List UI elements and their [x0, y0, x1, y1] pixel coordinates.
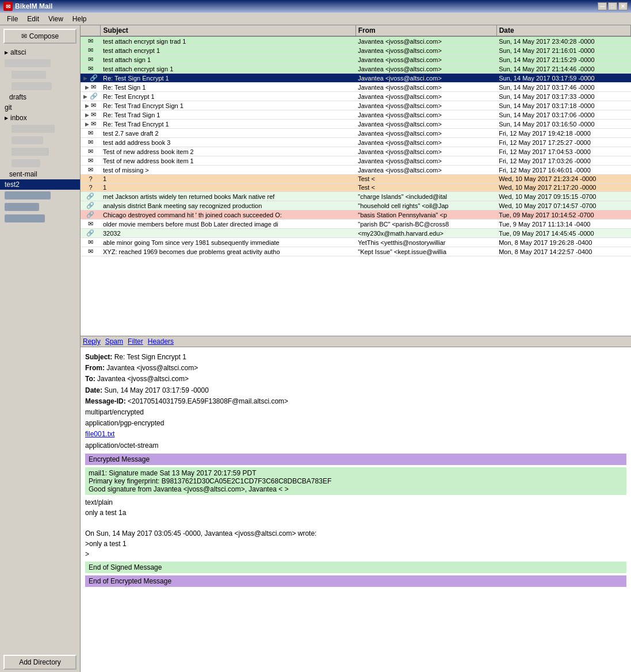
sidebar-folder-name-altsci: altsci	[10, 48, 26, 56]
restore-button[interactable]: □	[608, 2, 617, 10]
email-row[interactable]: ✉XYZ: reached 1969 becomes due problems …	[81, 247, 631, 256]
row-from: Javantea <jvoss@altsci.com>	[355, 36, 496, 46]
close-button[interactable]: ✕	[618, 2, 628, 10]
preview-body: text/plain only a test 1a On Sun, 14 May…	[85, 497, 626, 559]
email-row[interactable]: ▶ ✉Re: Test Trad Sign 1Javantea <jvoss@a…	[81, 110, 631, 120]
row-icon: ✉	[81, 247, 101, 256]
row-subject: XYZ: reached 1969 becomes due problems g…	[101, 247, 355, 256]
email-row[interactable]: ▶ ✉Re: Test Sign 1Javantea <jvoss@altsci…	[81, 83, 631, 92]
row-subject: 32032	[101, 229, 355, 238]
sidebar-item-inbox[interactable]: ▶ inbox	[0, 113, 80, 123]
email-row[interactable]: ✉test attach encrypt sign 1Javantea <jvo…	[81, 64, 631, 74]
email-row[interactable]: ▶ 🔗Re: Test Sign Encrypt 1Javantea <jvos…	[81, 74, 631, 83]
sig-line-1: mail1: Signature made Sat 13 May 2017 20…	[89, 469, 623, 477]
email-row[interactable]: 🔗analysis district Bank meeting say reco…	[81, 201, 631, 210]
col-header-date[interactable]: Date	[496, 25, 630, 36]
row-from: Javantea <jvoss@altsci.com>	[355, 83, 496, 92]
row-date: Fri, 12 May 2017 16:46:01 -0000	[496, 166, 630, 175]
email-row[interactable]: ▶ 🔗Re: Test Encrypt 1Javantea <jvoss@alt…	[81, 92, 631, 101]
email-row[interactable]: ?1Test <Wed, 10 May 2017 21:17:20 -0000	[81, 183, 631, 192]
sidebar-folder-name-inbox: inbox	[10, 114, 27, 122]
email-row[interactable]: ✉Test of new address book item 2Javantea…	[81, 147, 631, 156]
email-row[interactable]: ▶ ✉Re: Test Trad Encrypt Sign 1Javantea …	[81, 101, 631, 110]
to-value: Javantea <jvoss@altsci.com>	[97, 375, 189, 383]
action-bar: Reply Spam Filter Headers	[81, 336, 631, 347]
email-row[interactable]: ✉test attach encrypt 1Javantea <jvoss@al…	[81, 46, 631, 55]
from-value: Javantea <jvoss@altsci.com>	[106, 364, 198, 372]
row-date: Sun, 14 May 2017 03:17:33 -0000	[496, 92, 630, 101]
reply-link[interactable]: Reply	[83, 337, 101, 345]
sig-line-3: Good signature from Javantea <jvoss@alts…	[89, 485, 623, 493]
text-plain: text/plain	[85, 497, 626, 508]
email-row[interactable]: ✉able minor going Tom since very 1981 su…	[81, 238, 631, 247]
sidebar-item-test2[interactable]: test2	[0, 179, 80, 190]
expand-arrow[interactable]: ▶	[85, 103, 89, 109]
email-row[interactable]: 🔗Chicago destroyed command hit ' th join…	[81, 210, 631, 220]
spam-link[interactable]: Spam	[105, 337, 123, 345]
sidebar-item-drafts[interactable]: drafts	[0, 92, 80, 102]
email-row[interactable]: ✉test attach sign 1Javantea <jvoss@altsc…	[81, 55, 631, 64]
row-icon: ✉	[81, 166, 101, 175]
row-subject: analysis district Bank meeting say recog…	[101, 201, 355, 210]
sidebar-item-altsci[interactable]: ▶ altsci	[0, 47, 80, 57]
menu-view[interactable]: View	[44, 14, 68, 24]
row-icon: ✉	[81, 220, 101, 229]
expand-arrow[interactable]: ▶	[85, 85, 89, 90]
menu-help[interactable]: Help	[68, 14, 91, 24]
add-directory-button[interactable]: Add Directory	[3, 655, 77, 670]
sidebar-blur-3	[12, 82, 52, 90]
email-icon: ✉	[89, 111, 96, 118]
attachment-link[interactable]: file001.txt	[85, 430, 114, 438]
menu-file[interactable]: File	[2, 14, 22, 24]
row-from: Test <	[355, 183, 496, 192]
sidebar-blur-5	[12, 136, 43, 144]
sidebar-item-git[interactable]: git	[0, 102, 80, 113]
row-subject: older movie members before must Bob Late…	[101, 220, 355, 229]
row-subject: Re: Test Sign Encrypt 1	[101, 74, 355, 83]
compose-button[interactable]: ✉ Compose	[3, 29, 77, 44]
email-row[interactable]: ✉test attach encrypt sign trad 1Javantea…	[81, 36, 631, 46]
expand-arrow[interactable]: ▶	[85, 121, 89, 127]
sidebar-folder-name-sentmail: sent-mail	[9, 170, 37, 178]
date-label: Date:	[85, 386, 102, 394]
row-from: "basis Station Pennsylvania" <p	[355, 210, 496, 220]
sidebar-blur-2	[12, 71, 46, 79]
titlebar-controls[interactable]: — □ ✕	[598, 2, 628, 10]
msgid-value: <20170514031759.EA59F13808F@mail.altsci.…	[128, 397, 288, 405]
row-date: Wed, 10 May 2017 21:23:24 -0000	[496, 175, 630, 183]
email-row[interactable]: ✉test of missing >Javantea <jvoss@altsci…	[81, 166, 631, 175]
filter-link[interactable]: Filter	[128, 337, 143, 345]
row-subject: Re: Test Encrypt 1	[101, 92, 355, 101]
email-row[interactable]: ✉Test of new address book item 1Javantea…	[81, 156, 631, 166]
content-type-2: application/pgp-encrypted	[85, 418, 626, 429]
row-subject: able minor going Tom since very 1981 sub…	[101, 238, 355, 247]
row-from: Test <	[355, 175, 496, 183]
sidebar-folder-name-drafts: drafts	[9, 93, 26, 101]
row-date: Fri, 12 May 2017 17:03:26 -0000	[496, 156, 630, 166]
sidebar: ✉ Compose ▶ altsci drafts git ▶ inbox	[0, 25, 81, 672]
email-row[interactable]: ?1Test <Wed, 10 May 2017 21:23:24 -0000	[81, 175, 631, 183]
email-row[interactable]: ▶ ✉Re: Test Trad Encrypt 1Javantea <jvos…	[81, 120, 631, 129]
email-row[interactable]: ✉older movie members before must Bob Lat…	[81, 220, 631, 229]
email-row[interactable]: ✉test add address book 3Javantea <jvoss@…	[81, 138, 631, 147]
expand-arrow[interactable]: ▶	[85, 112, 89, 118]
row-from: Javantea <jvoss@altsci.com>	[355, 92, 496, 101]
row-icon: ✉	[81, 36, 101, 46]
email-row[interactable]: 🔗met Jackson artists widely ten returned…	[81, 192, 631, 201]
content-type-1: multipart/encrypted	[85, 407, 626, 418]
row-from: "parish BC" <parish-BC@cross8	[355, 220, 496, 229]
email-row[interactable]: 🔗32032<my230x@math.harvard.edu>Tue, 09 M…	[81, 229, 631, 238]
minimize-button[interactable]: —	[598, 2, 607, 10]
row-date: Fri, 12 May 2017 19:42:18 -0000	[496, 129, 630, 138]
row-from: "Kept Issue" <kept.issue@willia	[355, 247, 496, 256]
row-icon: ✉	[81, 55, 101, 64]
email-row[interactable]: ✉test 2.7 save draft 2Javantea <jvoss@al…	[81, 129, 631, 138]
email-list[interactable]: Subject From Date ✉test attach encrypt s…	[81, 25, 631, 336]
col-header-from[interactable]: From	[355, 25, 496, 36]
row-date: Sun, 14 May 2017 21:15:29 -0000	[496, 55, 630, 64]
sidebar-blur-7	[12, 159, 40, 167]
sidebar-item-sentmail[interactable]: sent-mail	[0, 169, 80, 179]
headers-link[interactable]: Headers	[148, 337, 174, 345]
menu-edit[interactable]: Edit	[22, 14, 44, 24]
col-header-subject[interactable]: Subject	[101, 25, 355, 36]
